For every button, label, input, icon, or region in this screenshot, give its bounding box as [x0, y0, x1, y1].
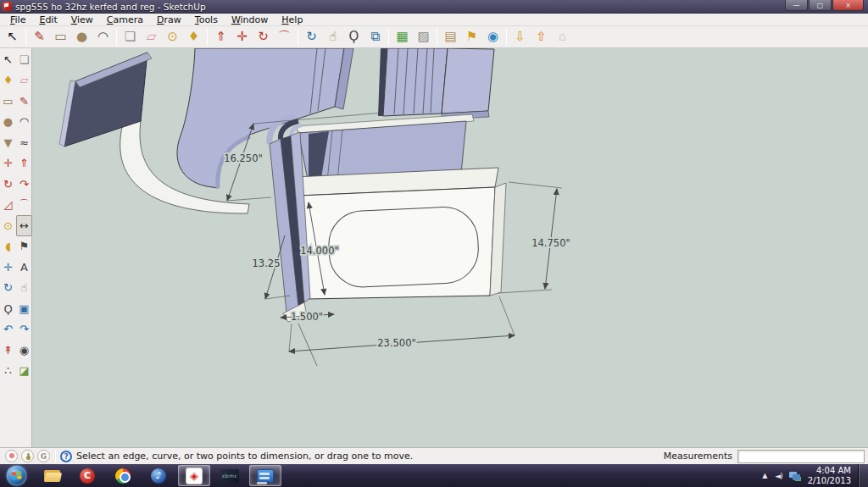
arc-tool[interactable]: ◠: [92, 27, 114, 47]
taskbar-itunes[interactable]: ♪: [142, 465, 175, 486]
polygon-tool[interactable]: ▼: [0, 132, 16, 153]
zoom-tool[interactable]: Ϙ: [343, 27, 364, 47]
tape-measure-tool[interactable]: ⊙: [0, 215, 16, 236]
menu-view[interactable]: View: [64, 14, 100, 25]
push-pull-tool[interactable]: ⇑: [210, 27, 231, 47]
freehand-tool[interactable]: ≈: [16, 132, 32, 153]
zoom-tool[interactable]: Ϙ: [0, 298, 16, 319]
menu-bar: File Edit View Camera Draw Tools Window …: [0, 14, 868, 26]
credit-status-icon[interactable]: [21, 450, 34, 462]
drawing-canvas[interactable]: 16.250" 14.750" 14.000" 13.25 1.500" 23.…: [32, 48, 868, 447]
look-around-tool[interactable]: ◉: [16, 340, 32, 361]
zoom-previous-tool[interactable]: ↶: [0, 319, 16, 340]
move-tool[interactable]: ✛: [0, 153, 16, 174]
zoom-next-tool[interactable]: ↷: [16, 319, 32, 340]
paint-bucket-tool[interactable]: ♦: [0, 70, 16, 91]
move-tool[interactable]: ✛: [231, 27, 253, 47]
offset-tool[interactable]: ⌒: [16, 195, 32, 216]
menu-draw[interactable]: Draw: [150, 14, 188, 25]
menu-window[interactable]: Window: [225, 14, 275, 25]
line-tool[interactable]: ✎: [29, 27, 50, 47]
window-title: spg555 ho 32hz kerfed and reg - SketchUp: [15, 2, 206, 12]
dimension-label-box-height-right: 14.750": [531, 237, 570, 249]
make-component-tool[interactable]: ❏: [16, 49, 32, 70]
close-button[interactable]: ×: [832, 0, 864, 11]
clock[interactable]: 4:04 AM 2/10/2013: [808, 466, 851, 486]
menu-help[interactable]: Help: [275, 14, 309, 25]
taskbar-sketchup[interactable]: ◈: [178, 465, 210, 486]
orbit-icon: ↻: [306, 30, 317, 43]
get-models-tool[interactable]: ⇩: [509, 27, 531, 47]
circle-tool[interactable]: ●: [71, 27, 92, 47]
line-tool[interactable]: ✎: [16, 91, 32, 112]
volume-icon[interactable]: ◄): [775, 472, 782, 480]
geolocation-status-icon[interactable]: [5, 450, 18, 462]
taskbar-ccleaner[interactable]: C: [71, 465, 103, 486]
zoom-next-icon: ↷: [19, 324, 29, 335]
pan-tool[interactable]: ☝: [16, 278, 32, 299]
rectangle-icon: ▭: [54, 30, 66, 43]
eraser-tool[interactable]: ▱: [16, 70, 32, 91]
make-component-icon: ❏: [125, 30, 136, 43]
toggle-terrain-tool[interactable]: ▨: [413, 27, 434, 47]
start-button[interactable]: [7, 466, 26, 485]
tape-measure-tool[interactable]: ⊙: [162, 27, 183, 47]
protractor-tool[interactable]: ◖: [0, 236, 16, 257]
push-pull-tool[interactable]: ⇑: [16, 153, 32, 174]
restore-button[interactable]: ▢: [809, 0, 832, 11]
menu-camera[interactable]: Camera: [100, 14, 150, 25]
signin-status-icon[interactable]: G: [37, 450, 50, 462]
orbit-tool[interactable]: ↻: [301, 27, 322, 47]
eraser-tool[interactable]: ▱: [141, 27, 162, 47]
select-tool[interactable]: ↖: [0, 49, 16, 70]
rotate-tool[interactable]: ↻: [0, 174, 16, 195]
help-icon[interactable]: ?: [60, 451, 72, 462]
scale-tool[interactable]: ◿: [0, 195, 16, 216]
axes-icon: ✛: [3, 262, 13, 273]
rectangle-tool[interactable]: ▭: [50, 27, 71, 47]
offset-tool[interactable]: ⌒: [274, 27, 295, 47]
google-earth-tool[interactable]: ◉: [482, 27, 504, 47]
taskbar-chrome[interactable]: [107, 465, 139, 486]
select-tool[interactable]: ↖: [2, 27, 23, 47]
section-plane-tool[interactable]: ◪: [16, 361, 32, 382]
text-tool[interactable]: ⚑: [16, 236, 32, 257]
freehand-icon: ≈: [19, 137, 29, 148]
walk-tool[interactable]: ∴: [0, 361, 16, 382]
axes-tool[interactable]: ✛: [0, 257, 16, 278]
taskbar-explorer[interactable]: [36, 465, 68, 486]
pan-tool[interactable]: ☝: [322, 27, 343, 47]
zoom-extents-tool[interactable]: ⧉: [364, 27, 386, 47]
taskbar-system-window[interactable]: [249, 465, 281, 486]
arc-tool[interactable]: ◠: [16, 112, 32, 133]
add-location-tool[interactable]: ▦: [392, 27, 413, 47]
zoom-icon: Ϙ: [349, 30, 359, 43]
panel-top-right[interactable]: [378, 48, 494, 119]
3d-text-tool[interactable]: A: [16, 257, 32, 278]
menu-edit[interactable]: Edit: [32, 14, 64, 25]
paint-bucket-icon: ♦: [3, 75, 14, 86]
rectangle-tool[interactable]: ▭: [0, 91, 16, 112]
system-window-icon: [257, 469, 274, 483]
show-desktop-button[interactable]: [858, 464, 868, 487]
menu-file[interactable]: File: [3, 14, 32, 25]
taskbar-xbmc[interactable]: xbmc: [214, 465, 246, 486]
photo-textures-tool[interactable]: ▤: [440, 27, 461, 47]
rotate-tool[interactable]: ↻: [253, 27, 274, 47]
orbit-tool[interactable]: ↻: [0, 278, 16, 299]
dimension-tool[interactable]: ↔: [16, 215, 32, 236]
follow-me-tool[interactable]: ↷: [16, 174, 32, 195]
measurements-input[interactable]: [737, 450, 865, 463]
minimize-button[interactable]: —: [785, 0, 808, 11]
follow-me-icon: ↷: [19, 179, 29, 190]
menu-tools[interactable]: Tools: [188, 14, 225, 25]
circle-tool[interactable]: ●: [0, 112, 16, 133]
zoom-window-tool[interactable]: ▣: [16, 298, 32, 319]
building-maker-tool[interactable]: ⚑: [461, 27, 482, 47]
share-model-tool[interactable]: ⇧: [531, 27, 552, 47]
paint-bucket-tool[interactable]: ♦: [183, 27, 204, 47]
make-component-tool[interactable]: ❏: [120, 27, 141, 47]
hidden-icons-button[interactable]: ▲: [762, 472, 767, 479]
network-icon[interactable]: [789, 471, 801, 481]
position-camera-tool[interactable]: ↟: [0, 340, 16, 361]
